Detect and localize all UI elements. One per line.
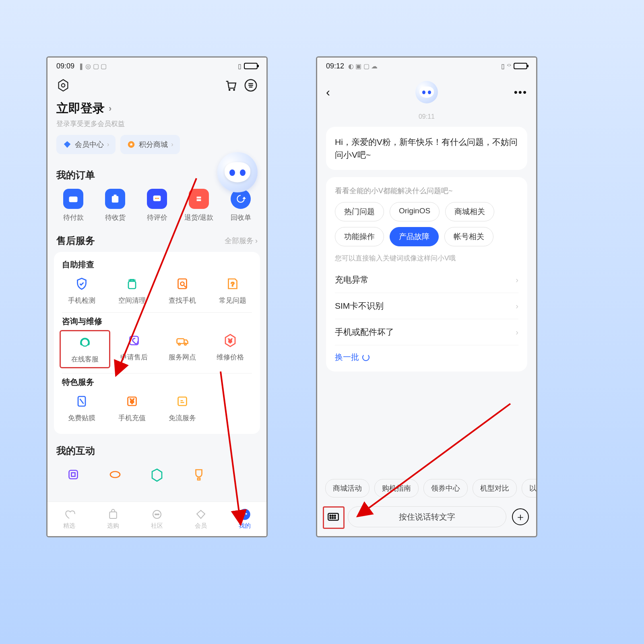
chat-header: ‹ •••	[317, 74, 536, 110]
consult-service-points[interactable]: 服务网点	[158, 332, 206, 366]
sim-icon: ▯	[238, 62, 242, 70]
battery-icon	[244, 63, 258, 69]
chevron-right-icon: ›	[109, 103, 111, 114]
svg-point-31	[155, 514, 156, 515]
topic-pills: 热门问题 OriginOS 商城相关 功能操作 产品故障 帐号相关	[335, 202, 518, 246]
phone-right: 09:12 ◐ ▣ ▢ ☁ ▯ ⌔ ‹ ••• 09:11 Hi，亲爱的V粉，新…	[316, 56, 537, 537]
suggestion-chip[interactable]: 以	[522, 479, 536, 497]
svg-rect-27	[72, 473, 75, 477]
svg-point-9	[155, 198, 156, 199]
suggestion-chip[interactable]: 商城活动	[325, 479, 369, 497]
topic-pill[interactable]: 帐号相关	[444, 227, 493, 246]
self-storage-clean[interactable]: 空间清理	[107, 276, 157, 305]
question-item[interactable]: 充电异常›	[335, 267, 518, 293]
interact-header: 我的互动	[47, 440, 266, 462]
nav-member[interactable]: 会员	[179, 502, 223, 536]
sub-section-title: 自助排查	[56, 259, 258, 273]
consult-apply-aftersale[interactable]: 申请售后	[110, 332, 159, 366]
svg-point-11	[158, 198, 159, 199]
service-header: 售后服务 全部服务›	[47, 226, 266, 252]
chat-timestamp: 09:11	[317, 110, 536, 127]
svg-rect-6	[112, 196, 118, 202]
message-icon[interactable]	[244, 78, 258, 92]
svg-text:¥: ¥	[130, 398, 134, 405]
settings-hex-icon[interactable]	[56, 78, 70, 92]
add-button[interactable]: ＋	[512, 508, 529, 525]
interact-item[interactable]	[136, 464, 178, 485]
svg-point-2	[233, 89, 235, 91]
status-bar: 09:12 ◐ ▣ ▢ ☁ ▯ ⌔	[317, 58, 536, 74]
topic-pill-active[interactable]: 产品故障	[390, 227, 439, 246]
svg-rect-18	[177, 339, 184, 344]
chevron-right-icon: ›	[516, 328, 518, 337]
consult-repair-price[interactable]: ¥维修价格	[206, 332, 255, 366]
help-panel: 看看全能的小V都能解决什么问题吧~ 热门问题 OriginOS 商城相关 功能操…	[326, 177, 527, 372]
svg-rect-26	[69, 471, 78, 479]
chip-points-mall[interactable]: 积分商城›	[120, 135, 180, 154]
self-faq[interactable]: ?常见问题	[207, 276, 258, 305]
back-button[interactable]: ‹	[326, 85, 330, 99]
status-bar: 09:09 ❚ ◎ ▢ ▢ ▯	[47, 58, 266, 74]
svg-point-0	[62, 84, 65, 87]
order-return[interactable]: 退货/退款	[178, 189, 220, 222]
question-item[interactable]: SIM卡不识别›	[335, 293, 518, 319]
svg-point-14	[180, 282, 184, 286]
chevron-right-icon: ›	[516, 275, 518, 285]
svg-point-34	[239, 509, 250, 520]
svg-point-36	[245, 513, 247, 515]
chip-member-center[interactable]: 会员中心›	[56, 135, 116, 154]
suggestion-chip[interactable]: 机型对比	[473, 479, 517, 497]
special-free-film[interactable]: 免费贴膜	[56, 393, 107, 423]
login-subtitle: 登录享受更多会员权益	[56, 119, 258, 128]
topic-pill[interactable]: OriginOS	[390, 202, 440, 221]
avatar-robot[interactable]	[217, 152, 258, 192]
svg-point-28	[110, 472, 120, 478]
order-pending-pay[interactable]: 待付款	[52, 189, 94, 222]
order-pending-receive[interactable]: 待收货	[94, 189, 136, 222]
order-pending-review[interactable]: 待评价	[136, 189, 178, 222]
nav-mine[interactable]: 我的	[223, 502, 266, 536]
svg-text:¥: ¥	[228, 337, 232, 344]
section-title: 售后服务	[56, 234, 95, 247]
topic-pill[interactable]: 热门问题	[335, 202, 384, 221]
cart-icon[interactable]	[224, 78, 237, 92]
topic-pill[interactable]: 商城相关	[445, 202, 494, 221]
special-recharge[interactable]: ¥手机充值	[107, 393, 157, 423]
voice-input[interactable]: 按住说话转文字	[348, 506, 506, 527]
chip-label: 积分商城	[139, 140, 168, 149]
orders-grid: 待付款 待收货 待评价 退货/退款 回收单	[47, 186, 266, 226]
diamond-icon	[63, 140, 72, 149]
battery-icon	[514, 63, 527, 69]
suggestion-chip[interactable]: 购机指南	[374, 479, 419, 497]
svg-point-10	[156, 198, 157, 199]
sim-icon: ▯	[501, 62, 505, 70]
special-free-data[interactable]: 免流服务	[157, 393, 207, 423]
service-all-link[interactable]: 全部服务›	[225, 236, 258, 246]
interact-item[interactable]	[94, 464, 136, 485]
self-phone-check[interactable]: 手机检测	[56, 276, 107, 305]
interact-item[interactable]	[178, 464, 220, 485]
consult-online-service[interactable]: 在线客服	[60, 330, 110, 368]
svg-point-33	[158, 514, 159, 515]
suggestion-chip[interactable]: 领券中心	[423, 479, 468, 497]
svg-rect-12	[128, 281, 136, 289]
order-recycle[interactable]: 回收单	[220, 189, 262, 222]
star-icon	[127, 140, 136, 149]
self-find-phone[interactable]: 查找手机	[157, 276, 207, 305]
login-block[interactable]: 立即登录 › 登录享受更多会员权益	[47, 100, 266, 135]
status-time: 09:12	[326, 62, 344, 70]
nav-featured[interactable]: 精选	[47, 502, 91, 536]
wifi-icon: ⌔	[507, 62, 511, 70]
svg-rect-5	[69, 196, 78, 202]
nav-community[interactable]: 社区	[135, 502, 179, 536]
more-button[interactable]: •••	[514, 86, 527, 99]
question-item[interactable]: 手机或配件坏了›	[335, 319, 518, 345]
refresh-button[interactable]: 换一批	[335, 345, 518, 363]
interact-item[interactable]	[52, 464, 94, 485]
topic-pill[interactable]: 功能操作	[335, 227, 384, 246]
nav-shop[interactable]: 选购	[91, 502, 135, 536]
panel-hint-secondary: 您可以直接输入关键词或像这样问小V哦	[335, 254, 518, 263]
interact-grid	[47, 462, 266, 485]
panel-hint: 看看全能的小V都能解决什么问题吧~	[335, 186, 518, 196]
greeting-bubble: Hi，亲爱的V粉，新年快乐！有什么问题，不妨问问小V吧~	[326, 127, 527, 170]
